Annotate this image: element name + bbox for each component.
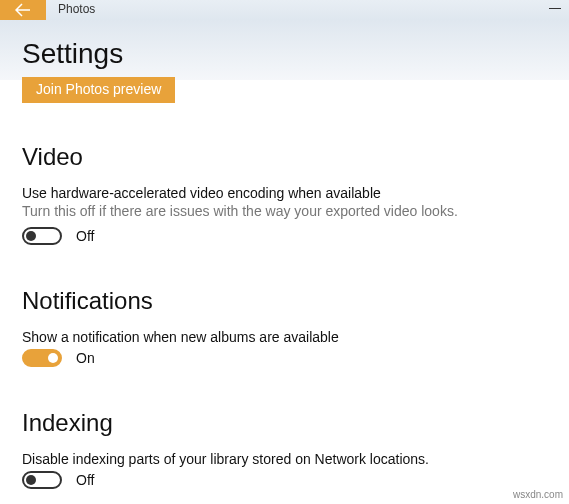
indexing-toggle-state: Off [76, 472, 94, 488]
notifications-label: Show a notification when new albums are … [22, 329, 547, 345]
indexing-toggle-row: Off [22, 471, 547, 489]
video-encoding-sublabel: Turn this off if there are issues with t… [22, 203, 547, 219]
content: Join Photos preview Video Use hardware-a… [0, 80, 569, 489]
section-title-notifications: Notifications [22, 287, 547, 315]
header: Settings [0, 20, 569, 80]
notifications-toggle-row: On [22, 349, 547, 367]
video-encoding-toggle[interactable] [22, 227, 62, 245]
notifications-toggle-state: On [76, 350, 95, 366]
notifications-toggle[interactable] [22, 349, 62, 367]
back-button[interactable] [0, 0, 46, 20]
section-title-video: Video [22, 143, 547, 171]
video-toggle-state: Off [76, 228, 94, 244]
minimize-button[interactable] [549, 2, 563, 4]
titlebar: Photos [0, 0, 569, 20]
toggle-knob [26, 231, 36, 241]
indexing-toggle[interactable] [22, 471, 62, 489]
indexing-label: Disable indexing parts of your library s… [22, 451, 547, 467]
video-encoding-label: Use hardware-accelerated video encoding … [22, 185, 547, 201]
video-toggle-row: Off [22, 227, 547, 245]
toggle-knob [48, 353, 58, 363]
toggle-knob [26, 475, 36, 485]
join-preview-button[interactable]: Join Photos preview [22, 77, 175, 103]
back-arrow-icon [15, 3, 31, 17]
watermark: wsxdn.com [513, 489, 563, 500]
app-title: Photos [58, 0, 95, 17]
page-title: Settings [22, 38, 547, 70]
section-title-indexing: Indexing [22, 409, 547, 437]
